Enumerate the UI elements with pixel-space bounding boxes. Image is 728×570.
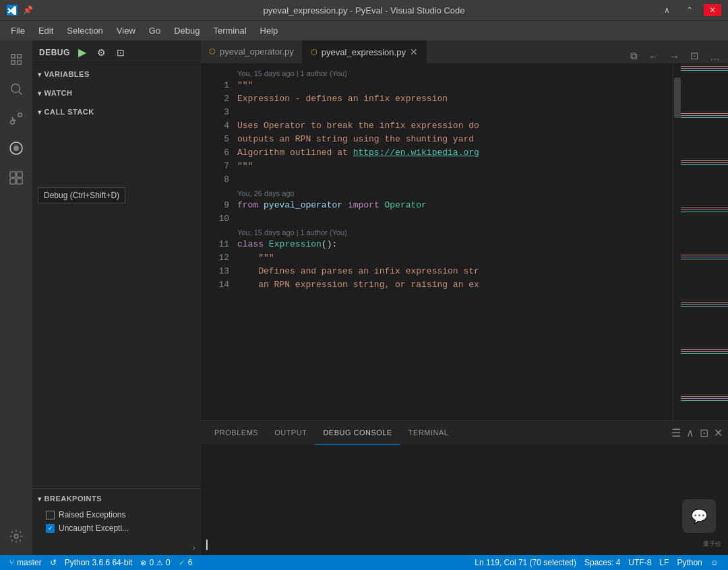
git-branch-icon: ⑂ <box>9 558 14 567</box>
watch-header[interactable]: ▾ WATCH <box>32 86 201 100</box>
error-icon: ⊗ <box>140 559 146 567</box>
git-branch-item[interactable]: ⑂ master <box>5 555 46 570</box>
svg-point-0 <box>11 84 20 93</box>
line-num-11: 11 <box>206 238 229 251</box>
line-num-10: 10 <box>206 212 229 226</box>
panel-maximize-button[interactable]: ⊡ <box>700 426 708 439</box>
status-bar: ⑂ master ↺ Python 3.6.6 64-bit ⊗ 0 ⚠ 0 ✓… <box>0 555 728 570</box>
minimize-icon[interactable]: ∧ <box>659 4 675 16</box>
editor-scrollbar[interactable] <box>673 64 681 420</box>
line-num-1: 1 <box>206 79 229 92</box>
breakpoint-raised[interactable]: Raised Exceptions <box>32 508 201 521</box>
menu-help[interactable]: Help <box>255 23 284 38</box>
minimap <box>681 64 728 420</box>
language-item[interactable]: Python <box>673 555 706 570</box>
line-ending-item[interactable]: LF <box>655 555 673 570</box>
panel-menu-button[interactable]: ☰ <box>671 426 681 439</box>
activity-bar <box>0 40 32 555</box>
split-editor-button[interactable]: ⧉ <box>628 49 640 63</box>
tab-close-button[interactable]: ✕ <box>410 47 418 57</box>
line-num-14: 14 <box>206 278 229 292</box>
sync-item[interactable]: ↺ <box>46 555 61 570</box>
menu-terminal[interactable]: Terminal <box>208 23 251 38</box>
debug-more-button[interactable]: ⊡ <box>114 46 127 59</box>
variables-header[interactable]: ▾ VARIABLES <box>32 67 201 81</box>
menu-file[interactable]: File <box>5 23 30 38</box>
editor-content[interactable]: . 1 2 3 4 5 6 7 8 . 9 10 . 11 12 13 14 <box>201 64 728 420</box>
menu-debug[interactable]: Debug <box>169 23 205 38</box>
window-controls: ∧ ⌃ ✕ <box>659 4 721 16</box>
raised-exceptions-checkbox[interactable] <box>46 511 55 519</box>
panel-close-button[interactable]: ✕ <box>714 426 723 439</box>
debug-run-icon[interactable] <box>3 135 30 162</box>
tab-pyeval-expression[interactable]: ⬡ pyeval_expression.py ✕ <box>303 40 427 63</box>
code-line-9: from pyeval_operator import Operator <box>237 199 673 212</box>
code-line-4: Uses Operator to break the infix express… <box>237 119 673 133</box>
line-num-6: 6 <box>206 146 229 160</box>
code-line-3 <box>237 106 673 119</box>
code-line-11: class Expression(): <box>237 238 673 251</box>
terminal-tab[interactable]: TERMINAL <box>400 421 457 445</box>
code-line-1: """ <box>237 79 673 92</box>
svg-rect-8 <box>17 179 22 184</box>
breakpoints-list: Raised Exceptions Uncaught Excepti... <box>32 505 201 538</box>
raised-exceptions-label: Raised Exceptions <box>59 510 125 519</box>
extensions-icon[interactable] <box>3 164 30 191</box>
search-icon[interactable] <box>3 75 30 102</box>
explorer-icon[interactable] <box>3 46 30 73</box>
panel-collapse-button[interactable]: ∧ <box>686 426 694 439</box>
debug-settings-button[interactable]: ⚙ <box>94 46 109 59</box>
feedback-item[interactable]: ☺ <box>706 555 723 570</box>
code-line-12: """ <box>237 251 673 265</box>
line-ending-label: LF <box>659 558 669 567</box>
menu-go[interactable]: Go <box>144 23 166 38</box>
navigate-forward-button[interactable]: → <box>667 49 682 63</box>
cursor-position-item[interactable]: Ln 119, Col 71 (70 selected) <box>471 555 580 570</box>
split-view-button[interactable]: ⊡ <box>688 49 702 63</box>
code-content[interactable]: You, 15 days ago | 1 author (You) """ Ex… <box>235 64 673 420</box>
git-blame-3: You, 15 days ago | 1 author (You) <box>237 226 673 238</box>
errors-item[interactable]: ⊗ 0 ⚠ 0 <box>136 555 174 570</box>
watermark-label: 量子位 <box>703 540 721 548</box>
python-interpreter-item[interactable]: Python 3.6.6 64-bit <box>61 555 137 570</box>
encoding-item[interactable]: UTF-8 <box>624 555 655 570</box>
code-line-5: outputs an RPN string using the shunting… <box>237 133 673 146</box>
source-control-icon[interactable] <box>3 105 30 132</box>
svg-rect-7 <box>10 179 16 184</box>
settings-icon[interactable] <box>3 523 30 550</box>
tab-bar: ⬡ pyeval_operator.py ⬡ pyeval_expression… <box>201 40 728 64</box>
panel-actions: ☰ ∧ ⊡ ✕ <box>671 426 723 439</box>
close-icon[interactable]: ✕ <box>704 4 721 16</box>
output-tab[interactable]: OUTPUT <box>266 421 315 445</box>
more-actions-button[interactable]: … <box>707 49 723 63</box>
sidebar: DEBUG ▶ ⚙ ⊡ ▾ VARIABLES ▾ WATCH ▾ CALL S… <box>32 40 201 555</box>
scroll-thumb[interactable] <box>674 77 681 118</box>
call-stack-header[interactable]: ▾ CALL STACK <box>32 105 201 119</box>
maximize-icon[interactable]: ⌃ <box>681 4 698 16</box>
debug-console-tab[interactable]: DEBUG CONSOLE <box>315 421 400 445</box>
breakpoints-header[interactable]: ▾ BREAKPOINTS <box>32 492 201 505</box>
navigate-back-button[interactable]: ← <box>646 49 661 63</box>
menu-edit[interactable]: Edit <box>33 23 59 38</box>
breakpoint-uncaught[interactable]: Uncaught Excepti... <box>32 521 201 535</box>
variables-section: ▾ VARIABLES <box>32 65 201 84</box>
checks-item[interactable]: ✓ 6 <box>175 555 197 570</box>
sidebar-scroll-right[interactable]: › <box>193 543 195 552</box>
menu-view[interactable]: View <box>111 23 141 38</box>
uncaught-exceptions-checkbox[interactable] <box>46 524 55 533</box>
vscode-logo <box>7 5 18 15</box>
code-line-7: """ <box>237 160 673 173</box>
minimap-content <box>681 64 728 420</box>
main-area: Debug (Ctrl+Shift+D) DEBUG ▶ ⚙ ⊡ ▾ VARIA… <box>0 40 728 555</box>
menu-selection[interactable]: Selection <box>61 23 108 38</box>
watch-label: WATCH <box>44 89 73 97</box>
tab-pyeval-operator[interactable]: ⬡ pyeval_operator.py <box>201 40 303 63</box>
line-num-5: 5 <box>206 133 229 146</box>
spaces-item[interactable]: Spaces: 4 <box>580 555 624 570</box>
watermark: 💬 <box>682 499 716 533</box>
debug-play-button[interactable]: ▶ <box>75 44 89 60</box>
warning-icon: ⚠ <box>156 559 163 567</box>
code-line-8 <box>237 173 673 187</box>
problems-tab[interactable]: PROBLEMS <box>206 421 266 445</box>
code-line-6: Algorithm outlined at https://en.wikiped… <box>237 146 673 160</box>
